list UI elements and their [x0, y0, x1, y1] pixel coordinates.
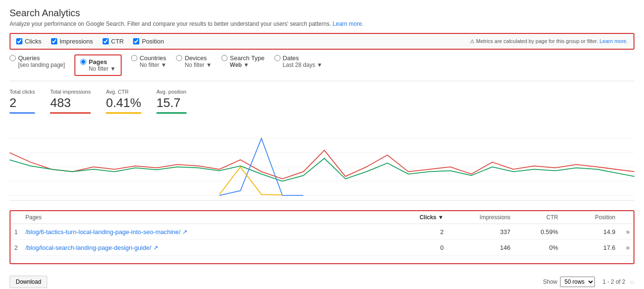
position-checkbox[interactable]: Position [133, 38, 164, 45]
clicks-checkbox[interactable]: Clicks [16, 38, 42, 45]
row-1-num: 1 [10, 224, 21, 240]
footer-bar: Download Show 50 rows 10 rows 25 rows 1 … [10, 272, 634, 289]
rows-select[interactable]: 50 rows 10 rows 25 rows [560, 277, 595, 287]
table-header-row: Pages Clicks ▼ Impressions CTR Position [10, 211, 634, 224]
clicks-underline [10, 112, 35, 114]
row-2-page: /blog/local-search-landing-page-design-g… [21, 240, 390, 256]
next-page-button[interactable]: › [632, 278, 634, 286]
download-button[interactable]: Download [10, 276, 47, 288]
data-table: Pages Clicks ▼ Impressions CTR Position … [10, 211, 634, 256]
data-table-wrapper: Pages Clicks ▼ Impressions CTR Position … [10, 210, 634, 264]
stat-avg-position: Avg. position 15.7 [156, 89, 187, 117]
col-nav [619, 211, 634, 224]
filter-row: Queries [seo landing page] Pages No filt… [10, 50, 634, 81]
filter-search-type[interactable]: Search Type Web ▼ [221, 54, 265, 68]
stats-row: Total clicks 2 Total impressions 483 Avg… [10, 89, 634, 117]
position-underline [156, 112, 187, 114]
row-1-page: /blog/6-tactics-turn-local-landing-page-… [21, 224, 390, 240]
stat-total-impressions: Total impressions 483 [50, 89, 91, 117]
table-row: 2 /blog/local-search-landing-page-design… [10, 240, 634, 256]
impressions-underline [50, 112, 91, 114]
ctr-checkbox[interactable]: CTR [103, 38, 124, 45]
filter-queries[interactable]: Queries [seo landing page] [10, 54, 65, 68]
col-pages[interactable]: Pages [21, 211, 390, 224]
stat-total-clicks: Total clicks 2 [10, 89, 35, 117]
row-1-position: 14.9 [562, 224, 619, 240]
col-impressions[interactable]: Impressions [447, 211, 514, 224]
row-2-impressions: 146 [447, 240, 514, 256]
show-label: Show [543, 278, 557, 285]
ctr-underline [106, 112, 141, 114]
row-2-clicks: 0 [390, 240, 447, 256]
stat-avg-ctr: Avg. CTR 0.41% [106, 89, 141, 117]
row-1-impressions: 337 [447, 224, 514, 240]
metrics-note: ⚠ Metrics are calculated by page for thi… [470, 38, 628, 44]
col-position[interactable]: Position [562, 211, 619, 224]
chart-container [10, 124, 634, 201]
row-2-num: 2 [10, 240, 21, 256]
row-1-ctr: 0.59% [514, 224, 562, 240]
col-num [10, 211, 21, 224]
pagination: Show 50 rows 10 rows 25 rows 1 - 2 of 2 … [543, 277, 634, 287]
table-row: 1 /blog/6-tactics-turn-local-landing-pag… [10, 224, 634, 240]
filter-pages[interactable]: Pages No filter ▼ [74, 54, 122, 76]
row-2-position: 17.6 [562, 240, 619, 256]
row-1-nav[interactable]: » [619, 224, 634, 240]
col-ctr[interactable]: CTR [514, 211, 562, 224]
metrics-learn-more-link[interactable]: Learn more. [600, 38, 628, 44]
learn-more-link[interactable]: Learn more. [332, 21, 364, 27]
metrics-bar: Clicks Impressions CTR Position ⚠ Metric… [10, 33, 634, 50]
line-chart [10, 124, 634, 200]
pagination-info: 1 - 2 of 2 [602, 278, 625, 285]
impressions-checkbox[interactable]: Impressions [51, 38, 93, 45]
page-title: Search Analytics [10, 8, 634, 19]
page-subtitle: Analyze your performance on Google Searc… [10, 21, 634, 27]
filter-dates[interactable]: Dates Last 28 days ▼ [274, 54, 322, 68]
row-2-nav[interactable]: » [619, 240, 634, 256]
row-1-clicks: 2 [390, 224, 447, 240]
filter-countries[interactable]: Countries No filter ▼ [131, 54, 167, 68]
filter-devices[interactable]: Devices No filter ▼ [176, 54, 212, 68]
row-2-ctr: 0% [514, 240, 562, 256]
col-clicks[interactable]: Clicks ▼ [390, 211, 447, 224]
